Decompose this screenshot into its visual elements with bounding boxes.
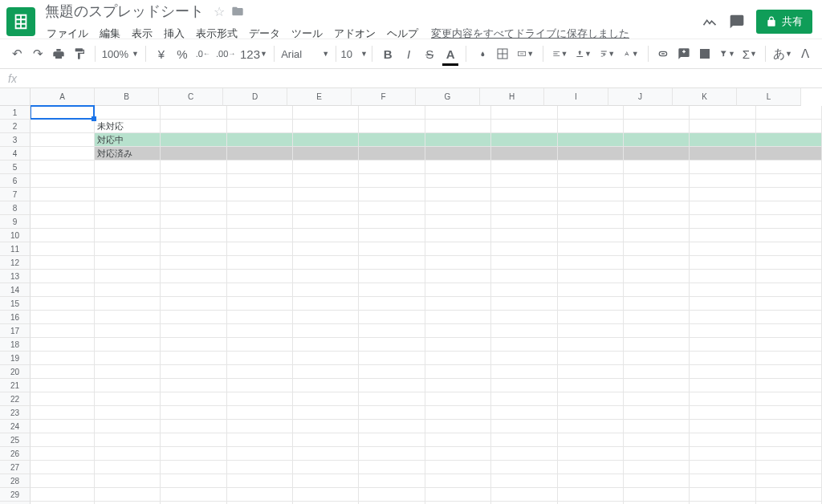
cell-E15[interactable] (293, 297, 359, 311)
cell-I29[interactable] (558, 488, 624, 502)
cell-D29[interactable] (227, 488, 293, 502)
cell-C22[interactable] (161, 392, 226, 406)
row-header-26[interactable]: 26 (0, 447, 31, 461)
cell-E22[interactable] (293, 392, 359, 406)
cell-C8[interactable] (161, 201, 226, 215)
cell-G26[interactable] (425, 447, 491, 461)
cell-L23[interactable] (756, 406, 822, 420)
cell-L7[interactable] (756, 188, 822, 201)
cell-L8[interactable] (756, 201, 822, 215)
cell-K22[interactable] (690, 392, 755, 406)
row-header-5[interactable]: 5 (0, 161, 31, 174)
cell-E28[interactable] (293, 474, 359, 488)
cell-A9[interactable] (31, 215, 95, 229)
menu-file[interactable]: ファイル (42, 24, 93, 43)
cell-J11[interactable] (624, 242, 690, 256)
cell-C11[interactable] (161, 242, 226, 256)
cell-I1[interactable] (558, 106, 624, 120)
cell-J18[interactable] (624, 338, 690, 352)
cell-A22[interactable] (31, 392, 95, 406)
cell-B21[interactable] (95, 379, 161, 392)
cell-F15[interactable] (359, 297, 425, 311)
cell-L5[interactable] (756, 161, 822, 174)
row-header-18[interactable]: 18 (0, 338, 31, 352)
cell-C9[interactable] (161, 215, 226, 229)
cell-I8[interactable] (558, 201, 624, 215)
cell-F13[interactable] (359, 270, 425, 283)
cell-J24[interactable] (624, 420, 690, 433)
cell-F28[interactable] (359, 474, 425, 488)
cell-E21[interactable] (293, 379, 359, 392)
column-header-F[interactable]: F (352, 88, 416, 106)
cell-L11[interactable] (756, 242, 822, 256)
cell-D25[interactable] (227, 433, 293, 447)
cell-H7[interactable] (491, 188, 557, 201)
cell-L28[interactable] (756, 474, 822, 488)
cell-B20[interactable] (95, 365, 161, 379)
row-header-10[interactable]: 10 (0, 229, 31, 242)
cell-A15[interactable] (31, 297, 95, 311)
font-size-select[interactable]: 10▼ (343, 48, 365, 60)
column-header-H[interactable]: H (480, 88, 544, 106)
cell-F7[interactable] (359, 188, 425, 201)
cell-F18[interactable] (359, 338, 425, 352)
cell-G14[interactable] (425, 283, 491, 297)
column-header-B[interactable]: B (95, 88, 159, 106)
cell-I19[interactable] (558, 352, 624, 365)
cell-G13[interactable] (425, 270, 491, 283)
cell-E18[interactable] (293, 338, 359, 352)
cell-H2[interactable] (491, 120, 557, 133)
cell-D6[interactable] (227, 174, 293, 188)
cell-G3[interactable] (425, 133, 491, 147)
cell-G12[interactable] (425, 256, 491, 270)
cell-B15[interactable] (95, 297, 161, 311)
cell-C1[interactable] (161, 106, 226, 120)
cell-A20[interactable] (31, 365, 95, 379)
cell-H24[interactable] (491, 420, 557, 433)
ime-button[interactable]: あ▼ (772, 43, 793, 64)
cell-B5[interactable] (95, 161, 161, 174)
cell-G9[interactable] (425, 215, 491, 229)
formula-bar[interactable]: fx (0, 69, 822, 88)
increase-decimal-button[interactable]: .00→ (215, 43, 237, 64)
cell-A11[interactable] (31, 242, 95, 256)
cell-E13[interactable] (293, 270, 359, 283)
row-header-28[interactable]: 28 (0, 474, 31, 488)
cell-E20[interactable] (293, 365, 359, 379)
cell-J15[interactable] (624, 297, 690, 311)
cell-J4[interactable] (624, 147, 690, 161)
cell-D5[interactable] (227, 161, 293, 174)
fill-color-button[interactable] (473, 43, 490, 64)
percent-button[interactable]: % (173, 43, 191, 64)
cell-A17[interactable] (31, 324, 95, 338)
cell-D2[interactable] (227, 120, 293, 133)
cell-G20[interactable] (425, 365, 491, 379)
cell-G27[interactable] (425, 461, 491, 474)
cell-J6[interactable] (624, 174, 690, 188)
column-header-G[interactable]: G (416, 88, 480, 106)
cell-K9[interactable] (690, 215, 755, 229)
cell-K23[interactable] (690, 406, 755, 420)
column-header-C[interactable]: C (159, 88, 223, 106)
cell-L10[interactable] (756, 229, 822, 242)
cell-E7[interactable] (293, 188, 359, 201)
cell-D7[interactable] (227, 188, 293, 201)
row-header-4[interactable]: 4 (0, 147, 31, 161)
cell-K18[interactable] (690, 338, 755, 352)
cell-E10[interactable] (293, 229, 359, 242)
cell-C26[interactable] (161, 447, 226, 461)
cell-B18[interactable] (95, 338, 161, 352)
cell-H22[interactable] (491, 392, 557, 406)
cell-H11[interactable] (491, 242, 557, 256)
cell-G15[interactable] (425, 297, 491, 311)
column-header-E[interactable]: E (287, 88, 352, 106)
cell-H15[interactable] (491, 297, 557, 311)
cell-F16[interactable] (359, 311, 425, 324)
doc-title[interactable]: 無題のスプレッドシート (42, 0, 207, 22)
cell-C20[interactable] (161, 365, 226, 379)
cell-G10[interactable] (425, 229, 491, 242)
cell-K21[interactable] (690, 379, 755, 392)
cell-K20[interactable] (690, 365, 755, 379)
cell-J16[interactable] (624, 311, 690, 324)
cell-I12[interactable] (558, 256, 624, 270)
